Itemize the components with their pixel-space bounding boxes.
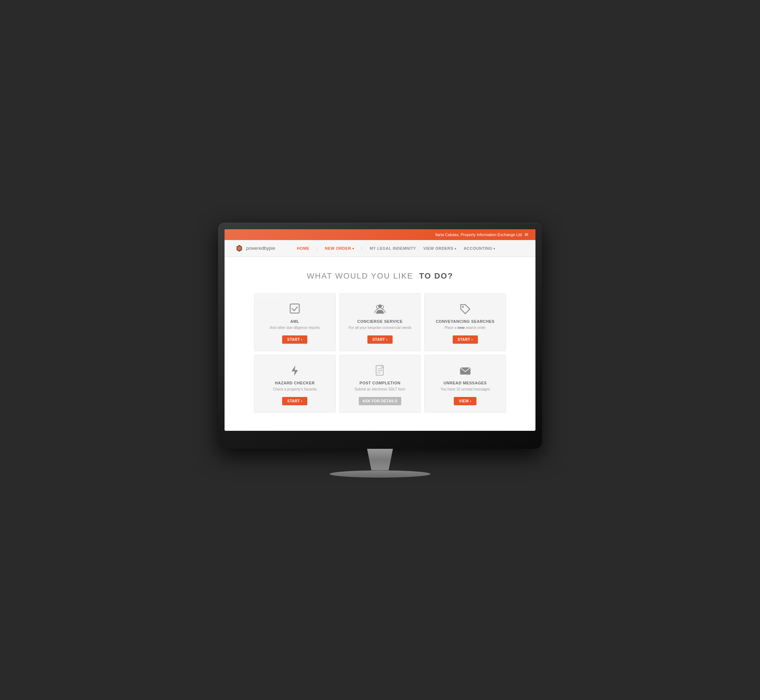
nav-legal-indemnity[interactable]: MY LEGAL INDEMNITY: [370, 246, 416, 250]
tag-icon: [459, 303, 472, 316]
svg-point-5: [378, 304, 382, 308]
stand-base: [329, 470, 431, 478]
card-unread-button[interactable]: VIEW ›: [454, 397, 476, 405]
card-hazard-checker: HAZARD CHECKER Check a property's hazard…: [254, 355, 336, 413]
card-grid: AML And other due diligence reports STAR…: [254, 293, 506, 413]
document-icon: [373, 364, 387, 377]
navbar: poweredbypie HOME | NEW ORDER | MY LEGAL…: [225, 240, 535, 257]
logo-text: poweredbypie: [246, 245, 275, 251]
card-unread-messages: UNREAD MESSAGES You have 10 unread messa…: [424, 355, 506, 413]
card-hazard-title: HAZARD CHECKER: [275, 381, 315, 385]
svg-point-6: [462, 306, 464, 308]
card-concierge-desc: For all your bespoke commercial needs: [349, 325, 412, 330]
card-conveyancing-button[interactable]: START ›: [453, 336, 478, 344]
card-aml: AML And other due diligence reports STAR…: [254, 293, 336, 351]
checkmark-shield-icon: [288, 303, 301, 316]
card-post-completion-title: POST COMPLETION: [359, 381, 401, 385]
card-concierge-button[interactable]: START ›: [367, 336, 393, 344]
logo-area: poweredbypie: [235, 244, 275, 252]
monitor-wrapper: Ilaria Calutas, Property Information Exc…: [218, 223, 542, 478]
card-hazard-desc: Check a property's hazards: [273, 387, 317, 392]
card-aml-desc: And other due diligence reports: [270, 325, 320, 330]
page-title-bold: TO DO?: [419, 271, 453, 280]
message-icon: ✉: [525, 232, 528, 237]
card-conveyancing-desc: Place a new search order: [445, 325, 486, 330]
logo-icon: [235, 244, 243, 252]
monitor-screen: Ilaria Calutas, Property Information Exc…: [225, 229, 535, 431]
card-conveyancing-title: CONVEYANCING SEARCHES: [436, 319, 495, 323]
stand-neck: [358, 449, 402, 470]
svg-rect-2: [290, 304, 300, 313]
nav-new-order[interactable]: NEW ORDER: [325, 246, 354, 250]
top-bar: Ilaria Calutas, Property Information Exc…: [225, 229, 535, 240]
card-unread-desc: You have 10 unread messages: [440, 387, 490, 392]
svg-marker-7: [292, 365, 298, 376]
main-content: WHAT WOULD YOU LIKE TO DO? AML And other…: [225, 257, 535, 431]
lightning-icon: [288, 364, 301, 377]
card-aml-title: AML: [290, 319, 300, 323]
nav-home[interactable]: HOME: [297, 246, 309, 250]
nav-view-orders[interactable]: VIEW ORDERS: [423, 246, 456, 250]
card-aml-button[interactable]: START ›: [282, 336, 307, 344]
envelope-icon: [459, 364, 472, 377]
user-info-text: Ilaria Calutas, Property Information Exc…: [435, 233, 522, 237]
monitor-stand: [218, 449, 542, 478]
card-unread-title: UNREAD MESSAGES: [444, 381, 487, 385]
card-concierge: CONCIERGE SERVICE For all your bespoke c…: [339, 293, 421, 351]
card-conveyancing: CONVEYANCING SEARCHES Place a new search…: [424, 293, 506, 351]
people-icon: [373, 303, 387, 316]
page-title: WHAT WOULD YOU LIKE TO DO?: [235, 271, 525, 281]
card-concierge-title: CONCIERGE SERVICE: [357, 319, 403, 323]
page-title-light: WHAT WOULD YOU LIKE: [307, 271, 414, 280]
card-post-completion: POST COMPLETION Submit an electronic SDL…: [339, 355, 421, 413]
card-post-completion-desc: Submit an electronic SDLT form: [355, 387, 406, 392]
monitor-frame: Ilaria Calutas, Property Information Exc…: [218, 223, 542, 449]
nav-links: HOME | NEW ORDER | MY LEGAL INDEMNITY VI…: [297, 246, 496, 250]
card-hazard-button[interactable]: START ›: [282, 397, 307, 405]
card-post-completion-button[interactable]: ASK FOR DETAILS: [359, 397, 401, 405]
svg-rect-8: [376, 365, 383, 375]
nav-accounting[interactable]: ACCOUNTING: [463, 246, 495, 250]
